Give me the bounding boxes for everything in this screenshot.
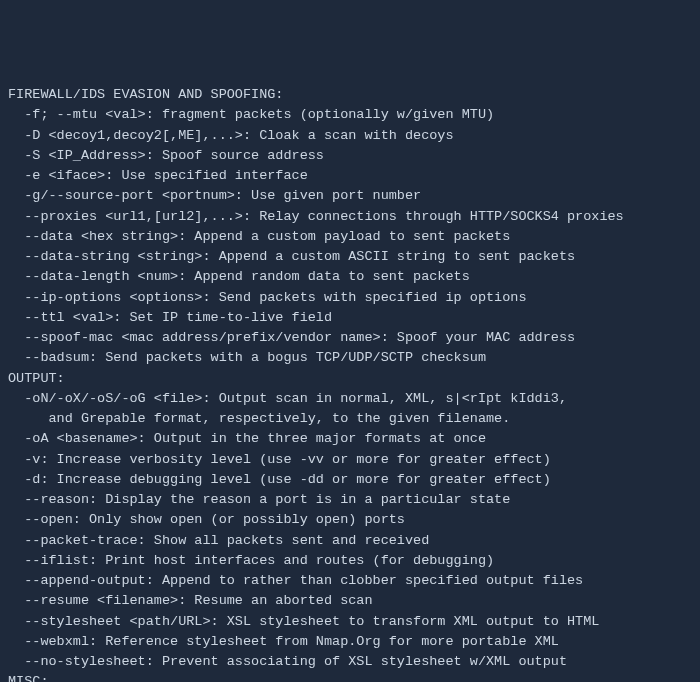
help-option-line: --ttl <val>: Set IP time-to-live field [8,308,692,328]
help-option-line: --reason: Display the reason a port is i… [8,490,692,510]
help-option-line: --badsum: Send packets with a bogus TCP/… [8,348,692,368]
help-option-line: --no-stylesheet: Prevent associating of … [8,652,692,672]
section-header: FIREWALL/IDS EVASION AND SPOOFING: [8,85,692,105]
help-option-line: --open: Only show open (or possibly open… [8,510,692,530]
help-option-line: -g/--source-port <portnum>: Use given po… [8,186,692,206]
help-option-line: --data-string <string>: Append a custom … [8,247,692,267]
help-option-line: --proxies <url1,[url2],...>: Relay conne… [8,207,692,227]
help-option-line: -oN/-oX/-oS/-oG <file>: Output scan in n… [8,389,692,409]
section-header: OUTPUT: [8,369,692,389]
help-option-line: --ip-options <options>: Send packets wit… [8,288,692,308]
help-option-line: --spoof-mac <mac address/prefix/vendor n… [8,328,692,348]
help-option-line: -d: Increase debugging level (use -dd or… [8,470,692,490]
help-option-line: -f; --mtu <val>: fragment packets (optio… [8,105,692,125]
help-option-line: --data-length <num>: Append random data … [8,267,692,287]
help-option-line: --packet-trace: Show all packets sent an… [8,531,692,551]
help-option-line: --stylesheet <path/URL>: XSL stylesheet … [8,612,692,632]
help-option-line: -v: Increase verbosity level (use -vv or… [8,450,692,470]
section-header: MISC: [8,672,692,682]
help-option-line: --data <hex string>: Append a custom pay… [8,227,692,247]
help-option-line: -S <IP_Address>: Spoof source address [8,146,692,166]
help-option-line: --webxml: Reference stylesheet from Nmap… [8,632,692,652]
help-option-line: --append-output: Append to rather than c… [8,571,692,591]
help-option-line: -D <decoy1,decoy2[,ME],...>: Cloak a sca… [8,126,692,146]
help-option-line: --resume <filename>: Resume an aborted s… [8,591,692,611]
terminal-output: FIREWALL/IDS EVASION AND SPOOFING: -f; -… [8,85,692,682]
help-option-line: -e <iface>: Use specified interface [8,166,692,186]
help-option-line: --iflist: Print host interfaces and rout… [8,551,692,571]
help-option-line: -oA <basename>: Output in the three majo… [8,429,692,449]
help-option-line: and Grepable format, respectively, to th… [8,409,692,429]
